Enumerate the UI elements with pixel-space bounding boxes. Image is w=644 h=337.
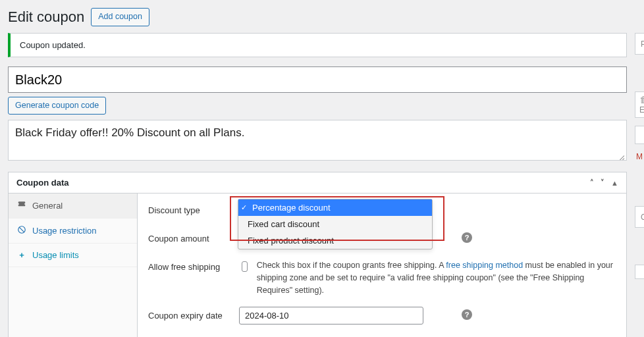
add-coupon-button[interactable]: Add coupon [91,8,149,26]
discount-type-dropdown[interactable]: Percentage discount Fixed cart discount … [238,199,433,249]
metabox-tabs: General Usage restriction + Usage limits [9,194,138,337]
tab-usage-restriction[interactable]: Usage restriction [9,219,137,244]
trash-icon: 🗑 [639,95,644,105]
side-p-label: P [641,39,644,49]
panel-toggle-icon[interactable]: ▲ [611,179,618,187]
sidebar-cutoff: P 🗑 E M C [635,33,644,287]
free-shipping-checkbox[interactable] [242,261,248,272]
option-fixed-product-discount[interactable]: Fixed product discount [238,232,432,249]
plus-icon: + [16,250,27,260]
tab-label: Usage limits [32,250,79,260]
panel-general: Discount type Percentage discount Percen… [138,194,626,337]
side-c-label: C [641,213,644,222]
free-shipping-text-pre: Check this box if the coupon grants free… [257,261,446,270]
side-m-label: M [636,152,644,161]
option-fixed-cart-discount[interactable]: Fixed cart discount [238,216,432,232]
free-shipping-method-link[interactable]: free shipping method [446,261,523,270]
ticket-icon [16,200,27,211]
notice-text: Coupon updated. [20,40,86,50]
help-icon[interactable]: ? [462,309,472,320]
tab-label: Usage restriction [32,226,97,236]
chevron-down-icon[interactable]: ˅ [601,178,604,187]
side-e-label: E [639,105,644,115]
discount-type-label: Discount type [148,201,227,215]
free-shipping-text: Check this box if the coupon grants free… [257,259,616,296]
option-percentage-discount[interactable]: Percentage discount [238,199,432,216]
page-title: Edit coupon [8,9,84,26]
expiry-label: Coupon expiry date [148,307,227,321]
coupon-data-metabox: Coupon data ˄ ˅ ▲ General [8,172,627,337]
metabox-title: Coupon data [16,178,68,188]
tab-general[interactable]: General [9,194,137,219]
free-shipping-label: Allow free shipping [148,258,227,272]
generate-coupon-code-button[interactable]: Generate coupon code [8,97,106,115]
coupon-code-input[interactable] [8,66,627,93]
tab-label: General [32,201,63,211]
no-entry-icon [16,225,27,236]
help-icon[interactable]: ? [462,232,472,243]
svg-line-1 [19,227,24,232]
tab-usage-limits[interactable]: + Usage limits [9,244,137,267]
chevron-up-icon[interactable]: ˄ [590,178,594,187]
coupon-description-textarea[interactable]: Black Friday offer!! 20% Discount on all… [8,120,627,161]
notice-coupon-updated: Coupon updated. [8,33,627,57]
coupon-expiry-input[interactable] [239,307,423,324]
coupon-amount-label: Coupon amount [148,230,227,244]
